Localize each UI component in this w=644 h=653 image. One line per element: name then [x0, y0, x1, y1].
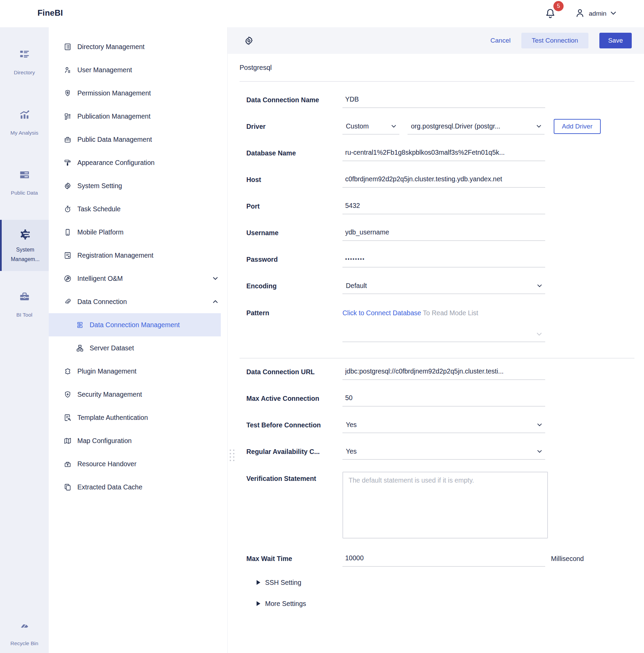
max-active-connection-row: Max Active Connection	[240, 385, 634, 412]
test-connection-button[interactable]: Test Connection	[521, 33, 588, 48]
field-label: Test Before Connection	[246, 421, 342, 429]
menu-item-data-connection-management[interactable]: Data Connection Management	[49, 313, 221, 336]
chevron-down-icon	[537, 449, 542, 454]
pattern-hint: To Read Mode List	[423, 309, 478, 317]
chevron-down-icon	[537, 422, 542, 428]
panel-resize-handle[interactable]	[229, 449, 235, 462]
menu-item-intelligent-om[interactable]: Intelligent O&M	[49, 267, 227, 290]
data-connection-url-input[interactable]	[342, 367, 545, 376]
username-input[interactable]	[342, 228, 545, 237]
menu-item-label: User Management	[77, 66, 132, 74]
chevron-down-icon[interactable]	[212, 275, 218, 282]
field-label: Verification Statement	[246, 472, 342, 538]
data-connection-management-icon	[76, 321, 84, 329]
menu-item-directory-management[interactable]: Directory Management	[49, 35, 227, 58]
menu-item-label: Resource Handover	[77, 460, 136, 468]
field-label: Driver	[246, 122, 342, 131]
field-label: Max Wait Time	[246, 555, 342, 563]
regular-availability-value: Yes	[342, 447, 357, 455]
more-settings-label: More Settings	[265, 600, 306, 608]
chevron-up-icon[interactable]	[212, 299, 218, 305]
menu-item-publication-management[interactable]: Publication Management	[49, 105, 227, 128]
menu-item-plugin-management[interactable]: Plugin Management	[49, 360, 227, 383]
password-input[interactable]	[342, 256, 545, 262]
port-input[interactable]	[342, 202, 545, 210]
data-connection-url-row: Data Connection URL	[240, 359, 634, 385]
pattern-select[interactable]	[342, 329, 545, 342]
host-input[interactable]	[342, 175, 545, 184]
username-row: Username	[240, 219, 634, 246]
max-wait-time-input[interactable]	[342, 554, 545, 563]
ssh-setting-toggle[interactable]: SSH Setting	[240, 572, 634, 593]
chevron-down-icon	[610, 10, 617, 18]
rail-item-recycle-bin[interactable]: Recycle Bin	[0, 620, 49, 647]
rail-item-public-data[interactable]: Public Data	[0, 169, 49, 196]
triangle-right-icon	[257, 580, 260, 585]
database-name-input[interactable]	[342, 149, 545, 157]
menu-item-label: Data Connection Management	[90, 321, 180, 329]
user-icon	[574, 7, 585, 20]
user-menu[interactable]: admin	[574, 7, 617, 20]
field-label: Host	[246, 176, 342, 184]
chevron-down-icon	[536, 123, 542, 129]
menu-item-appearance-configuration[interactable]: Appearance Configuration	[49, 151, 227, 174]
menu-item-public-data-management[interactable]: Public Data Management	[49, 128, 227, 151]
menu-item-resource-handover[interactable]: Resource Handover	[49, 452, 227, 475]
menu-item-map-configuration[interactable]: Map Configuration	[49, 429, 227, 452]
rail-label: BI Tool	[16, 312, 33, 318]
encoding-value: Default	[342, 282, 367, 290]
regular-availability-select[interactable]: Yes	[342, 443, 545, 460]
divider	[240, 81, 634, 82]
driver-class-select[interactable]: org.postgresql.Driver (postgr...	[408, 118, 545, 135]
field-label: Encoding	[246, 282, 342, 290]
driver-type-select[interactable]: Custom	[342, 118, 399, 135]
rail-item-my-analysis[interactable]: My Analysis	[0, 109, 49, 136]
driver-class-value: org.postgresql.Driver (postgr...	[408, 122, 500, 130]
field-label: Regular Availability C...	[246, 447, 342, 456]
host-row: Host	[240, 166, 634, 193]
menu-item-label: Intelligent O&M	[77, 275, 123, 283]
menu-item-system-setting[interactable]: System Setting	[49, 174, 227, 197]
database-name-row: Database Name	[240, 140, 634, 166]
mobile-platform-icon	[63, 228, 72, 236]
app-header: FineBI 5 admin	[0, 0, 644, 27]
field-label: Max Active Connection	[246, 394, 342, 403]
add-driver-button[interactable]: Add Driver	[554, 119, 601, 134]
menu-item-data-connection[interactable]: Data Connection	[49, 290, 227, 313]
field-label: Data Connection Name	[246, 96, 342, 104]
menu-item-user-management[interactable]: User Management	[49, 58, 227, 81]
cancel-button[interactable]: Cancel	[490, 37, 510, 44]
menu-item-permission-management[interactable]: Permission Management	[49, 81, 227, 105]
password-row: Password	[240, 246, 634, 273]
rail-item-directory[interactable]: Directory	[0, 49, 49, 76]
connect-database-link[interactable]: Click to Connect Database	[342, 309, 421, 317]
gear-icon[interactable]	[244, 36, 254, 46]
more-settings-toggle[interactable]: More Settings	[240, 593, 634, 614]
field-label: Database Name	[246, 149, 342, 157]
menu-item-server-dataset[interactable]: Server Dataset	[49, 336, 227, 360]
save-button[interactable]: Save	[599, 33, 632, 48]
max-active-connection-input[interactable]	[342, 394, 545, 403]
form-toolbar: Cancel Test Connection Save	[228, 27, 644, 54]
menu-item-registration-management[interactable]: Registration Management	[49, 244, 227, 267]
menu-item-label: Mobile Platform	[77, 228, 123, 236]
menu-item-label: Server Dataset	[90, 344, 134, 352]
menu-item-extracted-data-cache[interactable]: Extracted Data Cache	[49, 475, 227, 499]
rail-label: Public Data	[10, 189, 39, 196]
menu-item-task-schedule[interactable]: Task Schedule	[49, 197, 227, 221]
regular-availability-check-row: Regular Availability C... Yes	[240, 438, 634, 465]
test-before-connection-select[interactable]: Yes	[342, 417, 545, 433]
menu-item-mobile-platform[interactable]: Mobile Platform	[49, 221, 227, 244]
verification-statement-textarea[interactable]	[342, 472, 548, 538]
rail-item-bi-tool[interactable]: BI Tool	[0, 291, 49, 318]
module-rail: Directory My Analysis Public Data	[0, 27, 49, 653]
system-management-icon	[19, 229, 31, 240]
public-data-icon	[19, 169, 30, 181]
encoding-select[interactable]: Default	[342, 278, 545, 294]
data-connection-name-input[interactable]	[342, 95, 545, 104]
menu-item-security-management[interactable]: Security Management	[49, 383, 227, 406]
menu-item-template-authentication[interactable]: Template Authentication	[49, 406, 227, 429]
task-schedule-icon	[63, 205, 72, 213]
rail-item-system-management[interactable]: System Managem...	[0, 220, 49, 271]
ssh-setting-label: SSH Setting	[265, 579, 301, 587]
